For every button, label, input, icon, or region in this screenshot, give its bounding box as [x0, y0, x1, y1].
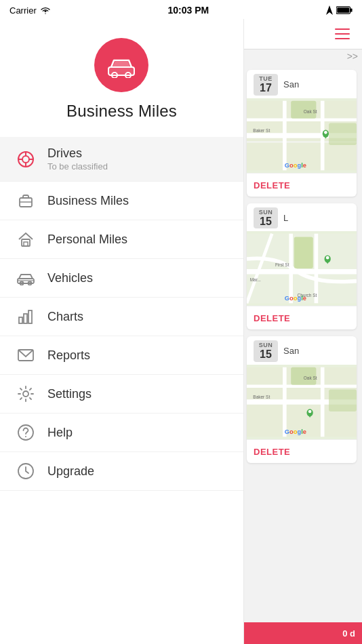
sidebar-item-drives[interactable]: Drives To be classified	[0, 137, 243, 182]
svg-text:Oak St: Oak St	[304, 109, 317, 114]
svg-text:Google: Google	[285, 295, 306, 302]
sidebar-item-business-miles[interactable]: Business Miles	[0, 182, 243, 220]
expand-hint: >>	[244, 49, 362, 64]
drive-card-header-1: TUE 17 San	[247, 70, 357, 98]
svg-point-56	[326, 256, 329, 260]
day-name-3: SUN	[259, 342, 273, 348]
delete-btn-1[interactable]: DELETE	[247, 173, 357, 197]
bottom-count: 0 d	[342, 628, 355, 639]
svg-text:Baker St: Baker St	[253, 395, 270, 399]
svg-rect-24	[28, 310, 32, 323]
sidebar-item-upgrade[interactable]: Upgrade	[0, 452, 243, 491]
bar-chart-icon	[16, 307, 35, 326]
day-num-2: 15	[260, 216, 272, 228]
business-miles-label: Business Miles	[47, 194, 129, 208]
hamburger-line-2	[335, 33, 350, 35]
map-2: Mar... Church St First St Google	[247, 231, 357, 306]
briefcase-icon	[16, 191, 35, 210]
svg-text:Baker St: Baker St	[253, 128, 270, 133]
battery-icon	[336, 6, 353, 14]
vehicle-icon	[16, 268, 35, 287]
status-bar: Carrier 10:03 PM	[0, 0, 362, 19]
svg-point-28	[25, 436, 26, 437]
right-panel-header	[244, 19, 362, 49]
drive-card-2: SUN 15 L	[247, 203, 357, 330]
date-badge-2: SUN 15	[254, 207, 278, 229]
wifi-icon	[40, 6, 51, 14]
help-label: Help	[47, 426, 73, 440]
question-icon	[16, 423, 35, 442]
svg-text:First St: First St	[275, 262, 289, 267]
drives-icon	[16, 150, 35, 169]
svg-text:Mar...: Mar...	[250, 277, 261, 282]
svg-rect-3	[337, 7, 349, 13]
clock-icon	[16, 462, 35, 481]
status-left: Carrier	[9, 5, 51, 16]
reports-label: Reports	[47, 348, 90, 363]
day-num-3: 15	[260, 348, 272, 361]
svg-rect-37	[329, 123, 357, 145]
day-num-1: 17	[260, 82, 272, 94]
svg-rect-63	[329, 389, 357, 411]
svg-rect-23	[24, 314, 27, 323]
app-body: Business Miles Drives To be	[0, 19, 362, 644]
svg-rect-2	[350, 8, 353, 12]
settings-label: Settings	[47, 387, 92, 401]
date-badge-1: TUE 17	[254, 74, 278, 96]
svg-text:Oak St: Oak St	[304, 376, 317, 380]
home-icon	[16, 230, 35, 249]
day-name-1: TUE	[259, 75, 273, 82]
drive-card-header-2: SUN 15 L	[247, 203, 357, 232]
sidebar-item-personal-miles[interactable]: Personal Miles	[0, 220, 243, 259]
app-icon	[94, 38, 148, 92]
upgrade-label: Upgrade	[47, 464, 94, 479]
carrier-label: Carrier	[9, 5, 37, 16]
gear-icon	[16, 384, 35, 403]
sidebar-item-help[interactable]: Help	[0, 414, 243, 452]
car-icon-header	[106, 52, 137, 78]
drives-label: Drives	[47, 146, 108, 161]
sidebar-item-vehicles[interactable]: Vehicles	[0, 259, 243, 298]
charts-label: Charts	[47, 310, 83, 324]
bottom-bar: 0 d	[244, 622, 362, 644]
svg-marker-0	[326, 5, 333, 15]
drive-card-header-3: SUN 15 San	[247, 336, 357, 365]
delete-text-2[interactable]: DELETE	[254, 313, 290, 323]
hamburger-line-3	[335, 38, 350, 39]
destination-2: L	[283, 213, 350, 223]
sidebar-item-settings[interactable]: Settings	[0, 375, 243, 414]
drives-label-group: Drives To be classified	[47, 146, 108, 172]
svg-point-9	[22, 156, 29, 163]
drive-card-3: SUN 15 San	[247, 336, 357, 463]
svg-point-69	[308, 409, 312, 413]
envelope-icon	[16, 346, 35, 365]
right-panel: >> TUE 17 San	[244, 19, 362, 644]
hamburger-line-1	[335, 28, 350, 30]
vehicles-label: Vehicles	[47, 271, 93, 285]
map-3: Baker St Oak St Google	[247, 365, 357, 439]
svg-rect-49	[294, 237, 313, 269]
app-title: Business Miles	[66, 102, 177, 121]
expand-hint-text: >>	[347, 51, 358, 62]
delete-btn-2[interactable]: DELETE	[247, 306, 357, 329]
destination-3: San	[283, 346, 350, 356]
status-time: 10:03 PM	[168, 5, 209, 16]
delete-text-3[interactable]: DELETE	[254, 447, 290, 457]
map-1: Baker St Oak St Google	[247, 98, 357, 173]
sidebar-menu: Drives To be classified Business Miles	[0, 137, 243, 644]
sidebar-item-charts[interactable]: Charts	[0, 298, 243, 336]
location-icon	[326, 5, 333, 15]
day-name-2: SUN	[259, 209, 273, 216]
sidebar-header: Business Miles	[66, 19, 177, 137]
svg-text:Google: Google	[285, 161, 306, 168]
svg-text:Google: Google	[285, 428, 306, 435]
svg-rect-22	[19, 317, 22, 323]
delete-text-1[interactable]: DELETE	[254, 180, 290, 190]
svg-rect-16	[22, 239, 30, 246]
sidebar-item-reports[interactable]: Reports	[0, 336, 243, 375]
delete-btn-3[interactable]: DELETE	[247, 439, 357, 463]
menu-button[interactable]	[332, 26, 353, 42]
status-right	[326, 5, 353, 15]
destination-1: San	[283, 79, 350, 89]
svg-point-43	[324, 131, 327, 134]
